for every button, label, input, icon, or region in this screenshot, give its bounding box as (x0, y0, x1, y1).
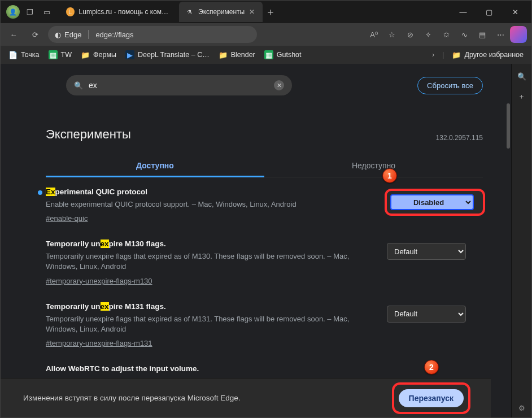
scrollbar[interactable] (507, 103, 510, 149)
search-sidebar-icon[interactable]: 🔍 (515, 69, 529, 83)
callout-2: 2 (424, 360, 439, 375)
refresh-button[interactable]: ⟳ (27, 26, 43, 43)
flag-description: Enable experimental QUIC protocol suppor… (46, 199, 376, 210)
highlighted-select: Disabled (387, 191, 483, 214)
separator (88, 30, 89, 39)
tab-label: Эксперименты (198, 8, 245, 16)
search-icon: 🔍 (74, 81, 83, 90)
flag-anchor[interactable]: #temporary-unexpire-flags-m131 (46, 339, 152, 347)
bookmark-label: Другое избранное (464, 51, 524, 59)
deepl-icon: ▶ (125, 50, 134, 59)
flag-state-select[interactable]: Disabled (390, 194, 474, 210)
changed-indicator (38, 190, 42, 195)
restart-message: Изменения вступят в силу после перезапус… (23, 394, 241, 402)
bookmark-item[interactable]: ▶DeepL Translate – C… (125, 50, 210, 59)
flag-title: Temporarily unexpire M131 flags. (46, 302, 376, 311)
tabs-nav: Доступно Недоступно (46, 155, 483, 177)
bookmark-item[interactable]: 📁Фермы (81, 50, 116, 59)
folder-icon: 📁 (81, 50, 90, 59)
sheet-icon: ▦ (49, 50, 58, 59)
flag-anchor[interactable]: #temporary-unexpire-flags-m130 (46, 277, 152, 285)
search-input[interactable] (89, 81, 268, 90)
bookmark-label: Точка (21, 51, 40, 59)
version-label: 132.0.2957.115 (436, 134, 483, 142)
window-controls: — ▢ ✕ (450, 1, 528, 23)
flag-list: Experimental QUIC protocol Enable experi… (46, 188, 483, 410)
favorite-icon[interactable]: ☆ (383, 26, 400, 43)
page-title: Эксперименты (46, 127, 131, 142)
flag-unexpire-m131: Temporarily unexpire M131 flags. Tempora… (46, 302, 483, 347)
flag-state-select[interactable]: Default (387, 243, 466, 260)
side-panel: 🔍 ＋ ⚙ (511, 64, 531, 417)
restart-banner: Изменения вступят в силу после перезапус… (1, 378, 491, 417)
tab-strip: L Lumpics.ru - помощь с компьюте ⚗ Экспе… (60, 2, 278, 22)
copilot-button[interactable] (510, 26, 527, 43)
bookmark-item[interactable]: 📄Точка (8, 50, 40, 59)
overflow-icon[interactable]: › (432, 51, 434, 59)
bookmark-label: Blender (231, 51, 255, 59)
flag-anchor[interactable]: #enable-quic (46, 214, 88, 223)
flag-state-select[interactable]: Default (387, 306, 466, 323)
flags-page: 🔍 ✕ Сбросить все Эксперименты 132.0.2957… (46, 75, 483, 417)
bookmark-label: Фермы (93, 51, 116, 59)
bookmark-item[interactable]: 📁Blender (219, 50, 255, 59)
extensions-icon[interactable]: ⟡ (420, 26, 437, 43)
read-aloud-icon[interactable]: A⁰ (365, 26, 382, 43)
favorites-icon[interactable]: ✩ (438, 26, 455, 43)
favicon-lumpics: L (66, 7, 75, 16)
performance-icon[interactable]: ∿ (456, 26, 473, 43)
profile-avatar[interactable]: 👤 (6, 5, 20, 19)
flag-webrtc-volume: Allow WebRTC to adjust the input volume. (46, 364, 483, 376)
reset-all-button[interactable]: Сбросить все (417, 77, 483, 94)
bookmark-label: TW (61, 51, 72, 59)
folder-icon: 📄 (8, 50, 18, 59)
sheet-icon: ▦ (264, 50, 273, 59)
titlebar: 👤 ❐ ▭ L Lumpics.ru - помощь с компьюте ⚗… (1, 1, 531, 23)
flag-enable-quic: Experimental QUIC protocol Enable experi… (46, 188, 483, 223)
other-bookmarks[interactable]: 📁Другое избранное (452, 50, 524, 59)
clear-search-icon[interactable]: ✕ (274, 80, 284, 90)
url-text: edge://flags (95, 31, 133, 39)
flag-description: Temporarily unexpire flags that expired … (46, 314, 376, 334)
restart-button[interactable]: Перезапуск (399, 389, 464, 407)
add-sidebar-icon[interactable]: ＋ (515, 90, 529, 103)
tab-unavailable[interactable]: Недоступно (264, 155, 483, 177)
callout-1: 1 (382, 168, 397, 183)
search-input-wrapper[interactable]: 🔍 ✕ (66, 75, 292, 95)
flag-title: Allow WebRTC to adjust the input volume. (46, 364, 483, 373)
highlighted-restart: Перезапуск (394, 385, 468, 412)
close-window-button[interactable]: ✕ (502, 1, 528, 23)
vertical-tabs-icon[interactable]: ▭ (40, 5, 54, 19)
bookmark-item[interactable]: ▦TW (49, 50, 72, 59)
flag-unexpire-m130: Temporarily unexpire M130 flags. Tempora… (46, 240, 483, 285)
settings-gear-icon[interactable]: ⚙ (516, 402, 528, 414)
folder-icon: 📁 (452, 50, 461, 59)
folder-icon: 📁 (219, 50, 228, 59)
close-tab-icon[interactable]: ✕ (249, 8, 255, 16)
tracking-icon[interactable]: ⊘ (402, 26, 418, 43)
address-bar[interactable]: ◐ Edge edge://flags (48, 26, 257, 43)
minimize-button[interactable]: — (450, 1, 476, 23)
new-tab-button[interactable]: ＋ (263, 2, 278, 22)
browser-window: 👤 ❐ ▭ L Lumpics.ru - помощь с компьюте ⚗… (0, 0, 532, 418)
more-menu-icon[interactable]: ⋯ (492, 26, 509, 43)
brand-label: Edge (64, 31, 81, 39)
tab-label: Lumpics.ru - помощь с компьюте (79, 8, 171, 16)
edge-logo-icon: ◐ (55, 31, 61, 39)
collections-icon[interactable]: ▤ (474, 26, 491, 43)
flag-title: Experimental QUIC protocol (46, 188, 376, 196)
tab-available[interactable]: Доступно (46, 155, 264, 177)
bookmark-label: DeepL Translate – C… (138, 51, 210, 59)
flag-title: Temporarily unexpire M130 flags. (46, 240, 376, 248)
toolbar: ← ⟳ ◐ Edge edge://flags A⁰ ☆ ⊘ ⟡ ✩ ∿ ▤ ⋯ (1, 23, 531, 46)
workspaces-icon[interactable]: ❐ (23, 5, 37, 19)
tab-experiments[interactable]: ⚗ Эксперименты ✕ (179, 2, 263, 22)
flask-icon: ⚗ (185, 7, 194, 16)
bookmarks-bar: 📄Точка ▦TW 📁Фермы ▶DeepL Translate – C… … (1, 46, 531, 64)
back-button[interactable]: ← (5, 26, 22, 43)
bookmark-item[interactable]: ▦Gutshot (264, 50, 302, 59)
site-identity: ◐ Edge (55, 31, 81, 39)
maximize-button[interactable]: ▢ (476, 1, 502, 23)
page-content: 🔍 ✕ Сбросить все Эксперименты 132.0.2957… (1, 64, 511, 417)
tab-lumpics[interactable]: L Lumpics.ru - помощь с компьюте (60, 2, 179, 22)
